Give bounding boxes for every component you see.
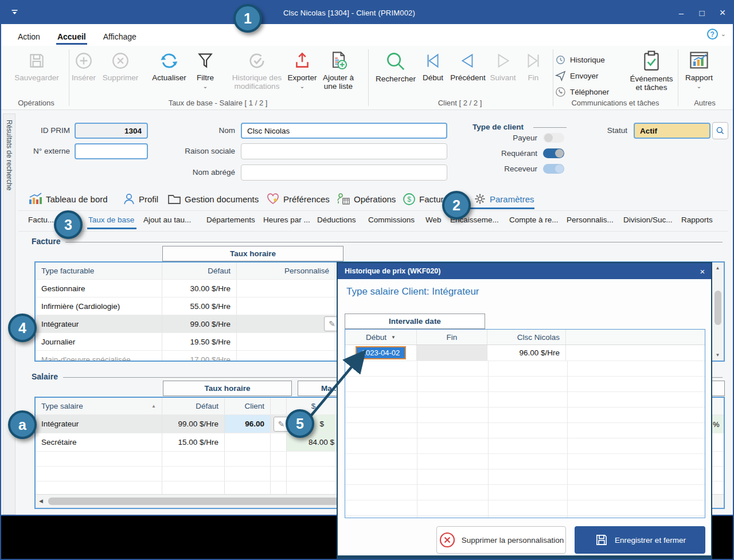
- scroll-left-icon[interactable]: ◀: [39, 498, 43, 504]
- col-client[interactable]: Client: [225, 398, 271, 414]
- subtab-personnalisation[interactable]: Personnalis...: [567, 216, 614, 224]
- col-personnalise[interactable]: Personnalisé: [237, 263, 335, 279]
- raison-sociale-field[interactable]: [241, 143, 447, 159]
- subtab-division-succursale[interactable]: Division/Suc...: [623, 216, 673, 224]
- facture-vertical-scrollbar[interactable]: ▲ ▼: [711, 263, 724, 361]
- chevron-down-icon: ⌄: [203, 84, 208, 88]
- modification-history-button[interactable]: Historique des modifications: [226, 50, 288, 91]
- col-defaut[interactable]: Défaut: [162, 263, 237, 279]
- report-button[interactable]: Rapport ⌄: [681, 49, 717, 88]
- first-record-button[interactable]: Début: [417, 50, 448, 82]
- statut-lookup-button[interactable]: [712, 122, 728, 139]
- maximize-button[interactable]: □: [692, 1, 712, 24]
- send-button[interactable]: Envoyer: [555, 69, 599, 83]
- refresh-icon: [159, 50, 179, 71]
- nom-label: Nom: [185, 126, 235, 135]
- menu-accueil[interactable]: Accueil: [49, 28, 95, 46]
- tab-preferences[interactable]: Préférences: [266, 190, 330, 207]
- insert-button[interactable]: Insérer: [68, 50, 100, 82]
- payeur-toggle[interactable]: [543, 133, 564, 143]
- group-label-autres: Autres: [679, 99, 731, 107]
- subtab-web[interactable]: Web: [425, 216, 442, 224]
- person-icon: [123, 193, 135, 205]
- col-fin[interactable]: Fin: [417, 330, 487, 344]
- nom-field[interactable]: Clsc Nicolas: [241, 123, 447, 139]
- menu-affichage[interactable]: Affichage: [95, 28, 145, 46]
- scroll-down-icon[interactable]: ▼: [712, 353, 724, 358]
- subtab-taux-de-base[interactable]: Taux de base: [88, 216, 134, 224]
- subtab-rapports[interactable]: Rapports: [681, 216, 713, 224]
- receveur-toggle[interactable]: [543, 164, 564, 174]
- clipboard-check-icon: [641, 49, 662, 72]
- title-bar: Clsc Nicolas [1304] - Client (PRIM002) –…: [1, 1, 733, 24]
- subtab-facturation[interactable]: Factu...: [28, 216, 54, 224]
- tab-gestion-documents[interactable]: Gestion documents: [167, 190, 259, 207]
- callout-4: 4: [8, 314, 37, 342]
- subtab-heures-par[interactable]: Heures par ...: [263, 216, 310, 224]
- id-prim-field[interactable]: 1304: [75, 123, 148, 139]
- subtab-deductions[interactable]: Déductions: [317, 216, 356, 224]
- callout-2: 2: [442, 191, 471, 220]
- chevron-down-icon: ⌄: [300, 84, 304, 88]
- statut-field[interactable]: Actif: [634, 123, 710, 139]
- no-externe-label: N° externe: [18, 147, 70, 155]
- search-icon: [716, 126, 725, 135]
- chevron-down-icon[interactable]: ⌄: [721, 30, 726, 38]
- receveur-label: Receveur: [491, 165, 537, 173]
- col-type-salaire[interactable]: Type salaire▲: [36, 398, 162, 414]
- fin-cell[interactable]: [417, 345, 487, 361]
- historique-de-prix-dialog: Historique de prix (WKF020) × Type salai…: [337, 262, 712, 560]
- client-rate-cell[interactable]: 96.00: [225, 415, 271, 433]
- refresh-button[interactable]: Actualiser: [145, 50, 194, 82]
- requerant-toggle[interactable]: [543, 148, 564, 158]
- filter-dropdown-icon[interactable]: ▼: [391, 335, 396, 340]
- svg-text:$: $: [407, 195, 411, 203]
- next-record-button[interactable]: Suivant: [489, 50, 517, 82]
- add-to-list-button[interactable]: Ajouter à une liste: [318, 50, 359, 91]
- no-externe-field[interactable]: [75, 143, 148, 159]
- tab-operations[interactable]: Opérations: [337, 190, 396, 207]
- last-record-button[interactable]: Fin: [519, 50, 548, 82]
- previous-record-button[interactable]: Précédent: [447, 50, 489, 82]
- tab-parametres[interactable]: Paramètres: [474, 190, 534, 207]
- callout-1: 1: [233, 4, 262, 33]
- floppy-icon: [27, 50, 46, 71]
- col-defaut[interactable]: Défaut: [162, 398, 225, 414]
- save-button[interactable]: Sauvegarder: [9, 50, 64, 82]
- help-icon[interactable]: ?: [707, 29, 718, 40]
- col-type-facturable[interactable]: Type facturable: [36, 263, 162, 279]
- price-history-row[interactable]: 2023-04-02 96.00 $/Hre: [345, 345, 705, 361]
- col-clsc-nicolas[interactable]: Clsc Nicolas: [487, 330, 566, 344]
- tab-tableau-de-bord[interactable]: Tableau de bord: [29, 190, 108, 207]
- delete-personalization-button[interactable]: Supprimer la personnalisation: [436, 526, 566, 554]
- phone-button[interactable]: Téléphoner: [555, 85, 609, 99]
- filter-button[interactable]: Filtre ⌄: [191, 50, 220, 88]
- subtab-commissions[interactable]: Commissions: [368, 216, 415, 224]
- save-and-close-button[interactable]: Enregistrer et fermer: [575, 526, 705, 554]
- dialog-header-row: Début▼ Fin Clsc Nicolas: [345, 330, 705, 345]
- dialog-close-button[interactable]: ×: [694, 263, 711, 279]
- subtab-compte-a-recevoir[interactable]: Compte à re...: [509, 216, 559, 224]
- menu-action[interactable]: Action: [9, 28, 49, 46]
- dollar-circle-icon: $: [403, 193, 416, 206]
- close-button[interactable]: ×: [712, 1, 733, 24]
- subtab-ajout-au-taux[interactable]: Ajout au tau...: [143, 216, 191, 224]
- export-button[interactable]: Exporter ⌄: [284, 50, 320, 88]
- events-tasks-button[interactable]: Événements et tâches: [626, 49, 677, 92]
- facture-group-taux-horaire: Taux horaire: [162, 246, 343, 261]
- minimize-button[interactable]: –: [671, 1, 692, 24]
- tab-profil[interactable]: Profil: [123, 190, 158, 207]
- chart-report-icon: [688, 49, 710, 71]
- history-button[interactable]: Historique: [555, 53, 605, 66]
- search-results-panel-tab[interactable]: Résultats de recherche: [3, 113, 15, 515]
- scrollbar-thumb[interactable]: [715, 291, 721, 325]
- dialog-title: Historique de prix (WKF020): [345, 267, 440, 275]
- search-icon: [385, 50, 407, 72]
- nom-abrege-field[interactable]: [241, 165, 447, 181]
- subtab-departements[interactable]: Départements: [206, 216, 255, 224]
- window-menu-icon[interactable]: [1, 10, 28, 16]
- scroll-up-icon[interactable]: ▲: [712, 263, 724, 271]
- dialog-subtitle: Type salaire Client: Intégrateur: [346, 286, 479, 297]
- percent-cell: %: [711, 416, 725, 433]
- delete-button[interactable]: Supprimer: [100, 50, 141, 82]
